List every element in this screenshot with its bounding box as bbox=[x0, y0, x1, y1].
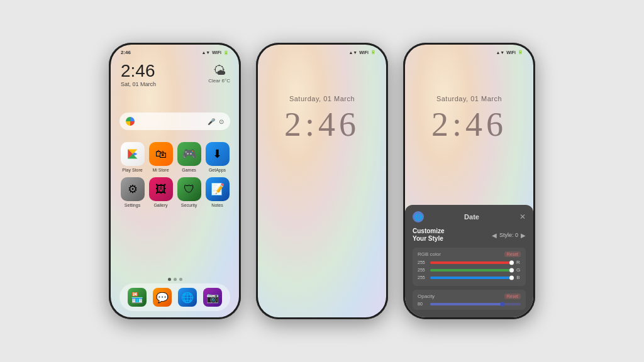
dock-browser-icon[interactable]: 🌐 bbox=[178, 288, 197, 307]
app-getapps[interactable]: ⬇ GetApps bbox=[204, 142, 230, 172]
green-value: 255 bbox=[418, 268, 428, 272]
red-slider-thumb[interactable] bbox=[509, 260, 514, 265]
green-label: G bbox=[516, 267, 521, 273]
customize-panel: 🌐 Date ✕ CustomizeYour Style ◀ Style: 0 … bbox=[405, 205, 533, 317]
dock-camera-icon[interactable]: 📷 bbox=[203, 288, 222, 307]
home-clock-time: 2:46 bbox=[121, 62, 156, 80]
panel-header: 🌐 Date ✕ bbox=[413, 211, 526, 222]
status-bar-home: 2:46 ▲▼ WiFi 🔋 bbox=[121, 50, 229, 55]
dock-store-icon[interactable]: 🏪 bbox=[128, 288, 147, 307]
phone-home-screen: 2:46 ▲▼ WiFi 🔋 2:46 Sat, 01 March 🌤 Clea… bbox=[111, 45, 239, 317]
search-bar[interactable]: 🎤 ⊙ bbox=[119, 112, 230, 130]
customize-date: Saturday, 01 March bbox=[405, 95, 533, 102]
app-mi-store[interactable]: 🛍 Mi Store bbox=[148, 142, 174, 172]
customize-wifi-icon: WiFi bbox=[506, 50, 516, 55]
red-value: 255 bbox=[418, 260, 428, 265]
customize-signal-icon: ▲▼ bbox=[496, 50, 504, 55]
app-games[interactable]: 🎮 Games bbox=[176, 142, 202, 172]
blue-value: 255 bbox=[418, 275, 428, 280]
app-dock: 🏪 💬 🌐 📷 bbox=[119, 283, 230, 311]
app-security[interactable]: 🛡 Security bbox=[176, 177, 202, 207]
panel-title: Date bbox=[424, 213, 519, 221]
opacity-header: Opacity Reset bbox=[418, 293, 521, 299]
blue-slider-track[interactable] bbox=[430, 277, 513, 279]
opacity-slider-thumb[interactable] bbox=[501, 302, 505, 306]
green-slider-thumb[interactable] bbox=[509, 268, 514, 272]
opacity-slider-row: 80 bbox=[418, 302, 521, 306]
customize-battery-icon: 🔋 bbox=[518, 50, 523, 55]
green-slider-fill bbox=[430, 269, 513, 272]
style-prev-arrow[interactable]: ◀ bbox=[492, 232, 497, 239]
style-value: Style: 0 bbox=[499, 232, 518, 238]
gallery-label: Gallery bbox=[153, 203, 167, 207]
settings-icon: ⚙ bbox=[121, 177, 145, 201]
google-logo bbox=[126, 117, 135, 126]
signal-icon: ▲▼ bbox=[201, 50, 210, 55]
green-slider-track[interactable] bbox=[430, 269, 513, 272]
dot-3 bbox=[179, 278, 182, 281]
notes-label: Notes bbox=[211, 203, 223, 207]
phone-customize: ▲▼ WiFi 🔋 Saturday, 01 March 2:46 🌐 Date… bbox=[403, 43, 535, 319]
opacity-slider-fill bbox=[430, 303, 502, 305]
red-label: R bbox=[516, 260, 521, 265]
lock-status-icons: ▲▼ WiFi 🔋 bbox=[348, 50, 376, 55]
phone-lock-screen: ▲▼ WiFi 🔋 Saturday, 01 March 2:46 bbox=[258, 45, 386, 317]
getapps-icon: ⬇ bbox=[206, 142, 230, 166]
blue-slider-thumb[interactable] bbox=[509, 275, 514, 280]
status-icons: ▲▼ WiFi 🔋 bbox=[201, 50, 229, 55]
play-store-icon bbox=[121, 142, 145, 166]
rgb-section: RGB color Reset 255 R 255 bbox=[413, 248, 526, 286]
lock-battery-icon: 🔋 bbox=[370, 50, 376, 55]
security-label: Security bbox=[181, 203, 197, 207]
phone-home: 2:46 ▲▼ WiFi 🔋 2:46 Sat, 01 March 🌤 Clea… bbox=[109, 43, 241, 319]
app-gallery[interactable]: 🖼 Gallery bbox=[148, 177, 174, 207]
style-row: CustomizeYour Style ◀ Style: 0 ▶ bbox=[413, 228, 526, 243]
status-bar-lock: ▲▼ WiFi 🔋 bbox=[268, 50, 376, 55]
weather-icon: 🌤 bbox=[213, 63, 226, 78]
battery-icon: 🔋 bbox=[223, 50, 229, 55]
home-clock-date: Sat, 01 March bbox=[121, 81, 156, 87]
customize-time: 2:46 bbox=[405, 105, 533, 144]
red-slider-fill bbox=[430, 261, 513, 264]
mi-store-label: Mi Store bbox=[152, 168, 169, 172]
games-icon: 🎮 bbox=[177, 142, 201, 166]
blue-slider-row: 255 B bbox=[418, 275, 521, 280]
status-time: 2:46 bbox=[121, 50, 131, 55]
lock-date: Saturday, 01 March bbox=[258, 95, 386, 102]
lock-time: 2:46 bbox=[258, 105, 386, 144]
lock-wifi-icon: WiFi bbox=[359, 50, 369, 55]
home-clock: 2:46 Sat, 01 March bbox=[121, 62, 156, 87]
opacity-reset-button[interactable]: Reset bbox=[504, 293, 521, 299]
mic-icon[interactable]: 🎤 bbox=[208, 118, 215, 125]
close-button[interactable]: ✕ bbox=[519, 212, 526, 221]
gallery-icon: 🖼 bbox=[149, 177, 173, 201]
lens-icon[interactable]: ⊙ bbox=[219, 118, 224, 125]
app-settings[interactable]: ⚙ Settings bbox=[119, 177, 145, 207]
settings-label: Settings bbox=[125, 203, 140, 207]
rgb-reset-button[interactable]: Reset bbox=[504, 251, 521, 257]
customize-label: CustomizeYour Style bbox=[413, 228, 445, 243]
lock-signal-icon: ▲▼ bbox=[348, 50, 357, 55]
blue-slider-fill bbox=[430, 277, 513, 279]
red-slider-track[interactable] bbox=[430, 261, 513, 264]
opacity-section: Opacity Reset 80 bbox=[413, 290, 526, 310]
phone-customize-screen: ▲▼ WiFi 🔋 Saturday, 01 March 2:46 🌐 Date… bbox=[405, 45, 533, 317]
style-next-arrow[interactable]: ▶ bbox=[521, 232, 526, 239]
rgb-header: RGB color Reset bbox=[418, 251, 521, 257]
app-notes[interactable]: 📝 Notes bbox=[204, 177, 230, 207]
globe-icon: 🌐 bbox=[413, 211, 424, 222]
opacity-slider-track[interactable] bbox=[430, 303, 521, 305]
page-dots bbox=[111, 278, 239, 281]
notes-icon: 📝 bbox=[206, 177, 230, 201]
wifi-icon: WiFi bbox=[212, 50, 221, 55]
red-slider-row: 255 R bbox=[418, 260, 521, 265]
rgb-title: RGB color bbox=[418, 251, 441, 257]
play-store-label: Play Store bbox=[122, 168, 142, 172]
dock-messages-icon[interactable]: 💬 bbox=[153, 288, 172, 307]
mi-store-icon: 🛍 bbox=[149, 142, 173, 166]
weather-temp: Clear 6°C bbox=[208, 78, 230, 84]
app-grid: Play Store 🛍 Mi Store 🎮 Games ⬇ GetApps … bbox=[119, 142, 230, 207]
games-label: Games bbox=[182, 168, 196, 172]
app-play-store[interactable]: Play Store bbox=[119, 142, 145, 172]
blue-label: B bbox=[516, 275, 521, 280]
